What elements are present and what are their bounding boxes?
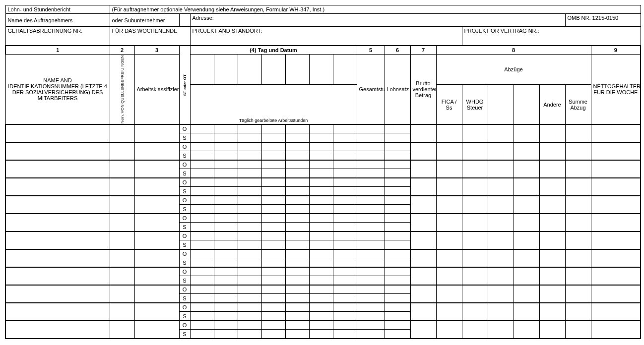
cell-day[interactable] — [190, 160, 214, 169]
cell-day[interactable] — [285, 294, 309, 303]
cell-day[interactable] — [309, 258, 333, 267]
cell-deduction[interactable] — [436, 249, 462, 267]
cell-day[interactable] — [285, 249, 309, 258]
cell-rate[interactable] — [385, 205, 410, 214]
cell-day[interactable] — [261, 205, 285, 214]
cell-day[interactable] — [214, 187, 238, 196]
cell-day[interactable] — [333, 133, 357, 142]
cell-day[interactable] — [309, 240, 333, 249]
cell-gross[interactable] — [410, 214, 436, 231]
cell-day[interactable] — [261, 178, 285, 187]
cell-deduction[interactable] — [539, 142, 565, 160]
table-row[interactable] — [5, 285, 110, 303]
cell-deduction[interactable] — [488, 303, 514, 321]
cell-classification[interactable] — [134, 124, 179, 142]
cell-net[interactable] — [591, 231, 641, 249]
cell-gross[interactable] — [410, 142, 436, 160]
cell-day[interactable] — [333, 276, 357, 285]
cell-deduction[interactable] — [488, 142, 514, 160]
cell-net[interactable] — [591, 321, 641, 339]
table-row[interactable] — [5, 178, 110, 196]
cell-day[interactable] — [261, 249, 285, 258]
cell-day[interactable] — [261, 294, 285, 303]
cell-deduction[interactable] — [436, 321, 462, 339]
cell-exempt[interactable] — [110, 196, 134, 214]
cell-day[interactable] — [238, 142, 261, 151]
cell-classification[interactable] — [134, 249, 179, 267]
cell-day[interactable] — [309, 267, 333, 276]
cell-rate[interactable] — [385, 276, 410, 285]
cell-day[interactable] — [190, 303, 214, 312]
cell-day[interactable] — [285, 330, 309, 339]
cell-day[interactable] — [285, 178, 309, 187]
cell-gross[interactable] — [410, 321, 436, 339]
cell-deduction[interactable] — [488, 249, 514, 267]
table-row[interactable] — [5, 321, 110, 339]
cell-classification[interactable] — [134, 231, 179, 249]
cell-deduction[interactable] — [488, 214, 514, 231]
cell-total[interactable] — [357, 240, 385, 249]
cell-total[interactable] — [357, 258, 385, 267]
cell-day[interactable] — [190, 223, 214, 231]
cell-day[interactable] — [285, 205, 309, 214]
cell-gross[interactable] — [410, 196, 436, 214]
cell-deduction[interactable] — [565, 285, 591, 303]
cell-day[interactable] — [309, 303, 333, 312]
cell-day[interactable] — [309, 321, 333, 330]
cell-day[interactable] — [214, 178, 238, 187]
cell-classification[interactable] — [134, 142, 179, 160]
cell-day[interactable] — [190, 133, 214, 142]
cell-total[interactable] — [357, 223, 385, 231]
cell-deduction[interactable] — [436, 178, 462, 196]
cell-day[interactable] — [309, 276, 333, 285]
cell-deduction[interactable] — [514, 303, 539, 321]
cell-deduction[interactable] — [462, 214, 488, 231]
cell-total[interactable] — [357, 330, 385, 339]
cell-day[interactable] — [285, 133, 309, 142]
cell-gross[interactable] — [410, 178, 436, 196]
cell-rate[interactable] — [385, 294, 410, 303]
cell-day[interactable] — [333, 151, 357, 160]
cell-day[interactable] — [333, 231, 357, 240]
cell-gross[interactable] — [410, 285, 436, 303]
cell-day[interactable] — [190, 267, 214, 276]
cell-day[interactable] — [190, 285, 214, 294]
cell-exempt[interactable] — [110, 321, 134, 339]
cell-day[interactable] — [333, 285, 357, 294]
cell-deduction[interactable] — [514, 231, 539, 249]
cell-day[interactable] — [190, 187, 214, 196]
cell-total[interactable] — [357, 312, 385, 321]
cell-day[interactable] — [309, 231, 333, 240]
cell-rate[interactable] — [385, 312, 410, 321]
table-row[interactable] — [5, 142, 110, 160]
cell-day[interactable] — [214, 205, 238, 214]
cell-day[interactable] — [309, 160, 333, 169]
cell-day[interactable] — [238, 231, 261, 240]
cell-day[interactable] — [261, 312, 285, 321]
cell-day[interactable] — [190, 258, 214, 267]
cell-total[interactable] — [357, 303, 385, 312]
cell-day[interactable] — [285, 223, 309, 231]
cell-day[interactable] — [333, 169, 357, 178]
cell-day[interactable] — [238, 312, 261, 321]
cell-total[interactable] — [357, 187, 385, 196]
cell-total[interactable] — [357, 231, 385, 240]
cell-day[interactable] — [333, 240, 357, 249]
cell-deduction[interactable] — [488, 285, 514, 303]
cell-deduction[interactable] — [565, 267, 591, 285]
cell-rate[interactable] — [385, 267, 410, 276]
cell-deduction[interactable] — [462, 142, 488, 160]
cell-day[interactable] — [333, 223, 357, 231]
cell-day[interactable] — [261, 214, 285, 223]
cell-net[interactable] — [591, 303, 641, 321]
cell-rate[interactable] — [385, 214, 410, 223]
cell-day[interactable] — [261, 124, 285, 133]
cell-day[interactable] — [309, 142, 333, 151]
table-row[interactable] — [5, 303, 110, 321]
cell-net[interactable] — [591, 249, 641, 267]
cell-classification[interactable] — [134, 196, 179, 214]
cell-day[interactable] — [309, 124, 333, 133]
cell-deduction[interactable] — [488, 196, 514, 214]
cell-exempt[interactable] — [110, 178, 134, 196]
cell-day[interactable] — [214, 223, 238, 231]
